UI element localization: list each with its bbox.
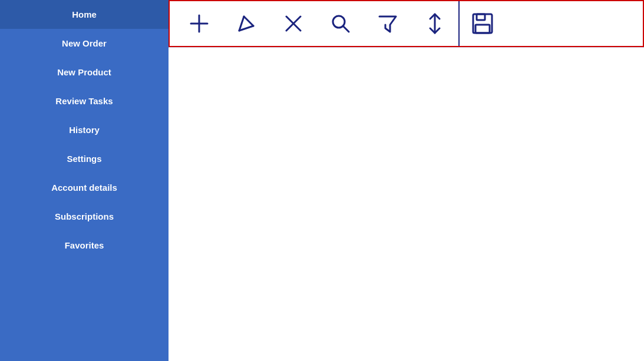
sidebar-item-account-details[interactable]: Account details [0,173,169,202]
content-area [169,47,644,361]
sidebar-item-favorites[interactable]: Favorites [0,231,169,260]
sidebar-item-history[interactable]: History [0,115,169,144]
sidebar-item-home[interactable]: Home [0,0,169,29]
svg-rect-11 [477,14,485,20]
save-button[interactable] [458,1,506,46]
search-button[interactable] [317,1,364,46]
toolbar [169,0,644,47]
filter-button[interactable] [364,1,411,46]
main-content [169,0,644,361]
sidebar-item-review-tasks[interactable]: Review Tasks [0,87,169,115]
add-button[interactable] [176,1,223,46]
delete-button[interactable] [270,1,317,46]
sidebar-item-new-order[interactable]: New Order [0,29,169,58]
svg-rect-12 [475,25,490,33]
sidebar-item-new-product[interactable]: New Product [0,58,169,87]
svg-line-3 [244,16,253,26]
svg-line-8 [343,26,349,32]
sort-button[interactable] [411,1,458,46]
sidebar-item-settings[interactable]: Settings [0,144,169,173]
edit-button[interactable] [223,1,270,46]
sidebar-item-subscriptions[interactable]: Subscriptions [0,202,169,231]
sidebar: HomeNew OrderNew ProductReview TasksHist… [0,0,169,361]
